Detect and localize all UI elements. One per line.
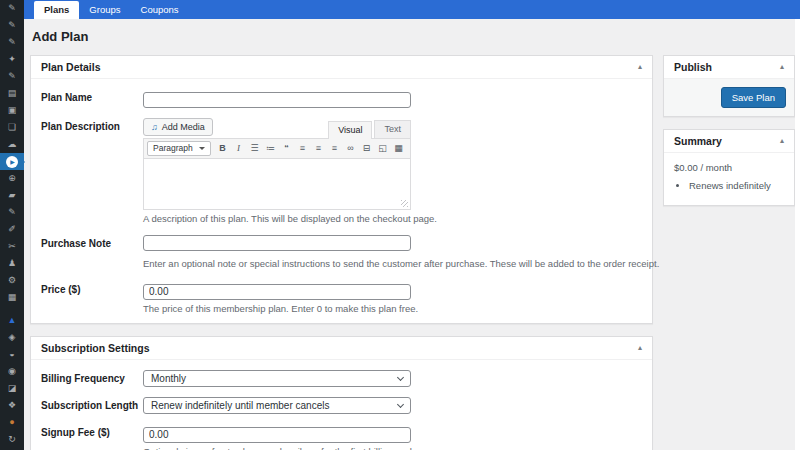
- sidebar-item-settings[interactable]: ▦: [0, 289, 24, 306]
- sidebar-item-plugin-pin-3[interactable]: ✎: [0, 34, 24, 51]
- sidebar-item-signal[interactable]: ☁: [0, 136, 24, 153]
- align-center-icon[interactable]: ≡: [311, 141, 326, 156]
- editor-tab-visual[interactable]: Visual: [328, 121, 372, 139]
- subscription-length-row: Subscription Length Renew indefinitely u…: [41, 397, 642, 414]
- plan-name-label: Plan Name: [41, 89, 143, 108]
- sidebar-item-analytics[interactable]: ◪: [0, 380, 24, 397]
- price-label: Price ($): [41, 281, 143, 315]
- plan-name-row: Plan Name: [41, 89, 642, 108]
- plan-description-textarea[interactable]: [144, 159, 410, 209]
- bold-icon[interactable]: B: [215, 141, 230, 156]
- fullscreen-icon[interactable]: ◱: [375, 141, 390, 156]
- sidebar-item-product[interactable]: ●: [0, 414, 24, 431]
- sidebar-item-plugins[interactable]: ✂: [0, 238, 24, 255]
- numbered-list-icon[interactable]: ≔: [263, 141, 278, 156]
- sidebar-item-appearance[interactable]: ✐: [0, 221, 24, 238]
- sidebar-item-tools[interactable]: ⚙: [0, 272, 24, 289]
- badge-icon: ◒: [9, 350, 14, 359]
- collapse-panel-icon[interactable]: ▴: [780, 137, 784, 145]
- read-more-icon[interactable]: ⊟: [359, 141, 374, 156]
- subscription-length-select[interactable]: Renew indefinitely until member cancels: [143, 397, 411, 414]
- align-right-icon[interactable]: ≡: [327, 141, 342, 156]
- editor-toolbar: Paragraph B I ☰ ≔ “ ≡: [144, 139, 410, 159]
- summary-item: Renews indefinitely: [689, 180, 784, 191]
- sidebar-item-plugin-pin-1[interactable]: ✎: [0, 0, 24, 17]
- sidebar-item-lms[interactable]: ❏: [0, 119, 24, 136]
- sidebar-item-share[interactable]: ❖: [0, 397, 24, 414]
- sidebar-item-updates[interactable]: ↻: [0, 431, 24, 448]
- tab-coupons[interactable]: Coupons: [131, 1, 189, 19]
- collapse-panel-icon[interactable]: ▴: [638, 63, 642, 71]
- publish-header: Publish ▴: [664, 56, 794, 79]
- sidebar-item-plugin-pin-2[interactable]: ✎: [0, 17, 24, 34]
- sidebar-item-memberships-active[interactable]: ▶: [0, 153, 24, 170]
- page-icon: ❏: [8, 123, 16, 132]
- sidebar-item-storefront[interactable]: ▣: [0, 102, 24, 119]
- collapse-panel-icon[interactable]: ▴: [638, 344, 642, 352]
- bulleted-list-icon[interactable]: ☰: [247, 141, 262, 156]
- align-left-icon[interactable]: ≡: [295, 141, 310, 156]
- toolbar-toggle-icon[interactable]: ▦: [391, 141, 406, 156]
- pin-icon: ✎: [8, 21, 16, 30]
- tools-icon: ⚙: [8, 276, 16, 285]
- collapse-panel-icon[interactable]: ▴: [780, 63, 784, 71]
- groups-icon: ✦: [8, 55, 16, 64]
- sidebar-item-camera[interactable]: ◈: [0, 329, 24, 346]
- blockquote-icon[interactable]: “: [279, 141, 294, 156]
- summary-list: Renews indefinitely: [674, 180, 784, 191]
- sidebar-item-plugin-pin-4[interactable]: ✎: [0, 68, 24, 85]
- stack-icon: ▤: [8, 89, 17, 98]
- summary-price: $0.00 / month: [674, 162, 784, 173]
- signup-fee-input[interactable]: [143, 427, 411, 443]
- globe-icon: ⊕: [8, 174, 16, 183]
- paragraph-format-select[interactable]: Paragraph: [147, 141, 211, 156]
- add-media-button[interactable]: ♫ Add Media: [143, 118, 213, 136]
- summary-panel: Summary ▴ $0.00 / month Renews indefinit…: [663, 129, 795, 206]
- save-plan-button[interactable]: Save Plan: [721, 87, 786, 108]
- sidebar-item-groups[interactable]: ✦: [0, 51, 24, 68]
- price-input[interactable]: [143, 284, 411, 300]
- chart-icon: ◪: [8, 384, 17, 393]
- media-icon: ♫: [151, 122, 158, 132]
- subscription-length-label: Subscription Length: [41, 397, 143, 414]
- paragraph-format-value: Paragraph: [153, 143, 193, 153]
- sidebar-item-folder[interactable]: ▰: [0, 187, 24, 204]
- sidebar-item-badge[interactable]: ◒: [0, 346, 24, 363]
- editor-tab-text[interactable]: Text: [374, 120, 411, 138]
- insert-link-icon[interactable]: ∞: [343, 141, 358, 156]
- tab-groups[interactable]: Groups: [79, 1, 130, 19]
- sidebar-item-collapse[interactable]: ▲: [0, 312, 24, 329]
- panel-title: Summary: [674, 135, 722, 147]
- page-scrollbar[interactable]: [795, 19, 800, 450]
- sidebar-item-users[interactable]: ♟: [0, 255, 24, 272]
- product-icon: ●: [9, 418, 14, 427]
- wp-admin-sidebar: ✎ ✎ ✎ ✦ ✎ ▤ ▣ ❏ ☁ ▶ ⊕ ▰ ✎ ✐ ✂ ♟ ⚙ ▦ ▲ ◈ …: [0, 0, 24, 450]
- panel-title: Plan Details: [41, 61, 101, 73]
- italic-icon[interactable]: I: [231, 141, 246, 156]
- sidebar-item-stack[interactable]: ▤: [0, 85, 24, 102]
- pin-icon: ✎: [8, 72, 16, 81]
- sidebar-item-lock[interactable]: ◉: [0, 363, 24, 380]
- pin-icon: ✎: [8, 208, 16, 217]
- billing-frequency-value: Monthly: [151, 373, 186, 384]
- purchase-note-input[interactable]: [143, 235, 411, 251]
- folder-icon: ▰: [9, 191, 16, 200]
- plan-details-header: Plan Details ▴: [31, 56, 652, 79]
- signup-fee-row: Signup Fee ($) Optional signup fee to ch…: [41, 424, 642, 450]
- add-media-label: Add Media: [162, 122, 205, 132]
- plan-name-input[interactable]: [143, 92, 411, 108]
- panel-title: Subscription Settings: [41, 342, 150, 354]
- purchase-note-row: Purchase Note Enter an optional note or …: [41, 235, 642, 271]
- billing-frequency-select[interactable]: Monthly: [143, 370, 411, 387]
- signup-fee-label: Signup Fee ($): [41, 424, 143, 450]
- plugin-icon: ✂: [8, 242, 16, 251]
- purchase-note-label: Purchase Note: [41, 235, 143, 271]
- chevron-down-icon: [397, 401, 404, 408]
- signup-fee-help: Optional signup fee to charge subscriber…: [143, 446, 642, 450]
- pin-icon: ✎: [8, 38, 16, 47]
- panel-title: Publish: [674, 61, 712, 73]
- sidebar-item-globe[interactable]: ⊕: [0, 170, 24, 187]
- chevron-down-icon: [397, 374, 404, 381]
- tab-plans[interactable]: Plans: [34, 1, 79, 19]
- sidebar-item-plugin-pin-5[interactable]: ✎: [0, 204, 24, 221]
